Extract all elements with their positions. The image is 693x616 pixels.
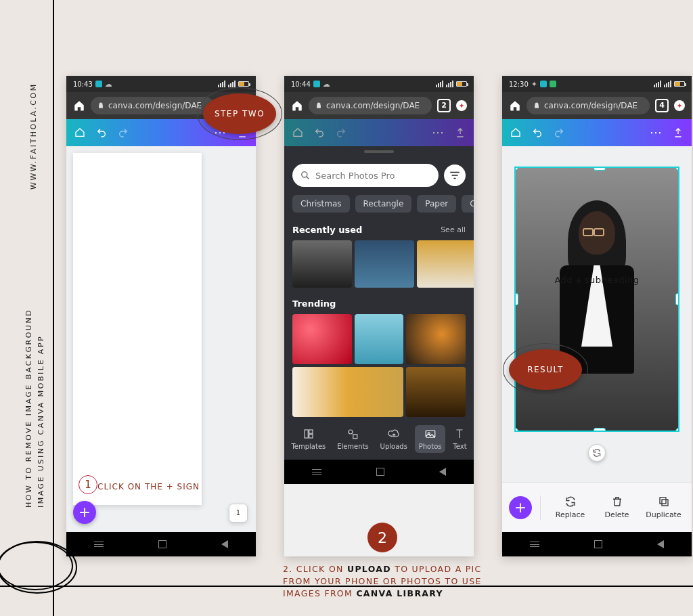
svg-point-0: [0, 542, 76, 593]
nav-templates[interactable]: Templates: [287, 425, 330, 453]
photo-thumb[interactable]: [417, 240, 474, 288]
home-nav-icon[interactable]: [376, 468, 384, 476]
phone-screenshots-row: 10:43 ☁ canva.com/design/DAE 2 ✦: [66, 76, 692, 556]
resize-handle[interactable]: [675, 167, 679, 171]
nav-label: Text: [453, 443, 466, 450]
home-icon[interactable]: [509, 100, 521, 112]
chip-row: Christmas Rectangle Paper Circle Arro: [284, 192, 474, 221]
blank-page[interactable]: [73, 153, 202, 505]
chip[interactable]: Christmas: [292, 195, 350, 213]
canvas-area[interactable]: Add a subheading + Replace Delete Duplic…: [502, 146, 692, 532]
browser-extension-icon[interactable]: ✦: [456, 100, 467, 111]
back-nav-icon[interactable]: [657, 540, 664, 548]
url-bar[interactable]: canva.com/design/DAE: [91, 97, 214, 114]
tab-count[interactable]: 2: [437, 99, 451, 112]
canva-home-icon[interactable]: [74, 127, 85, 138]
resize-handle[interactable]: [514, 167, 518, 171]
more-icon[interactable]: ⋯: [432, 127, 444, 139]
redo-icon[interactable]: [554, 127, 564, 138]
cloud-icon: ☁: [323, 80, 330, 89]
instr-pre: 2. CLICK ON: [283, 564, 347, 574]
home-icon[interactable]: [291, 100, 303, 112]
photo-thumb[interactable]: [292, 314, 352, 364]
chip[interactable]: Circle: [462, 195, 474, 213]
photo-thumb[interactable]: [292, 367, 403, 417]
action-replace[interactable]: Replace: [549, 496, 591, 519]
resize-handle[interactable]: [514, 428, 518, 432]
see-all-link[interactable]: See all: [441, 225, 466, 234]
photo-thumb[interactable]: [406, 367, 466, 417]
back-nav-icon[interactable]: [439, 468, 446, 476]
canvas-area[interactable]: 1 CLICK ON THE + SIGN + 1: [66, 146, 256, 532]
undo-icon[interactable]: [314, 127, 325, 138]
browser-extension-icon[interactable]: ✦: [674, 100, 685, 111]
share-icon[interactable]: [455, 127, 466, 138]
photo-thumb[interactable]: [292, 240, 352, 288]
chip[interactable]: Rectangle: [355, 195, 412, 213]
status-bar: 12:30 ✦: [502, 76, 692, 92]
decor-vertical-line: [53, 0, 54, 616]
subheading-text[interactable]: Add a subheading: [554, 275, 639, 285]
page-count-badge[interactable]: 1: [229, 504, 248, 523]
tab-count[interactable]: 4: [655, 99, 669, 112]
canva-home-icon[interactable]: [510, 127, 521, 138]
photo-thumb[interactable]: [355, 240, 414, 288]
phone-3: 12:30 ✦ canva.com/design/DAE 4 ✦: [502, 76, 692, 556]
share-icon[interactable]: [673, 127, 684, 138]
action-delete[interactable]: Delete: [596, 496, 638, 519]
recent-apps-icon[interactable]: [94, 542, 104, 547]
nav-uploads[interactable]: Uploads: [376, 425, 411, 453]
resize-handle[interactable]: [594, 167, 606, 171]
battery-icon: [456, 81, 467, 87]
search-icon: [300, 171, 310, 180]
recent-apps-icon[interactable]: [312, 469, 321, 475]
more-icon[interactable]: ⋯: [650, 127, 662, 139]
recent-apps-icon[interactable]: [530, 542, 539, 547]
redo-icon[interactable]: [336, 127, 346, 138]
home-nav-icon[interactable]: [158, 540, 166, 548]
resize-handle[interactable]: [675, 428, 679, 432]
sheet-handle[interactable]: [284, 146, 474, 157]
trending-grid: [284, 311, 474, 420]
phone-2: 10:44 ☁ canva.com/design/DAE 2 ✦: [284, 76, 474, 556]
back-nav-icon[interactable]: [221, 540, 228, 548]
add-button[interactable]: +: [509, 496, 532, 519]
search-row: Search Photos Pro: [284, 157, 474, 192]
resize-handle[interactable]: [594, 428, 606, 432]
home-icon[interactable]: [73, 100, 85, 112]
add-button[interactable]: +: [73, 501, 96, 524]
status-app-icon-2: [550, 81, 556, 87]
photo-thumb[interactable]: [355, 314, 403, 364]
signal-icon-2: [228, 81, 236, 87]
canva-toolbar-dimmed: ⋯: [284, 119, 474, 146]
svg-rect-11: [660, 498, 666, 504]
svg-rect-10: [662, 500, 668, 506]
chip[interactable]: Paper: [417, 195, 456, 213]
canva-home-icon[interactable]: [292, 127, 303, 138]
photo-thumb[interactable]: [406, 314, 466, 364]
step-two-number-marker: 2: [367, 523, 397, 552]
url-bar[interactable]: canva.com/design/DAE: [309, 97, 432, 114]
nav-text[interactable]: Text: [449, 425, 470, 453]
undo-icon[interactable]: [532, 127, 543, 138]
redo-icon[interactable]: [118, 127, 129, 138]
url-bar[interactable]: canva.com/design/DAE: [527, 97, 650, 114]
nav-photos[interactable]: Photos: [415, 425, 446, 453]
home-nav-icon[interactable]: [594, 540, 602, 548]
url-text: canva.com/design/DAE: [326, 101, 420, 110]
action-duplicate[interactable]: Duplicate: [642, 496, 685, 519]
nav-elements[interactable]: Elements: [333, 425, 373, 453]
search-input[interactable]: Search Photos Pro: [292, 164, 439, 187]
rotate-handle[interactable]: [588, 444, 606, 462]
instruction-text: 2. CLICK ON UPLOAD TO UPLOAD A PIC FROM …: [283, 563, 487, 600]
status-bar: 10:44 ☁: [284, 76, 474, 92]
svg-rect-5: [309, 435, 313, 438]
filter-button[interactable]: [444, 164, 466, 186]
instr-bold-1: UPLOAD: [347, 564, 391, 574]
text-icon: [453, 428, 466, 440]
resize-handle[interactable]: [675, 293, 679, 305]
rotate-icon: [592, 448, 602, 458]
undo-icon[interactable]: [96, 127, 107, 138]
resize-handle[interactable]: [514, 293, 518, 305]
action-label: Duplicate: [646, 510, 681, 519]
